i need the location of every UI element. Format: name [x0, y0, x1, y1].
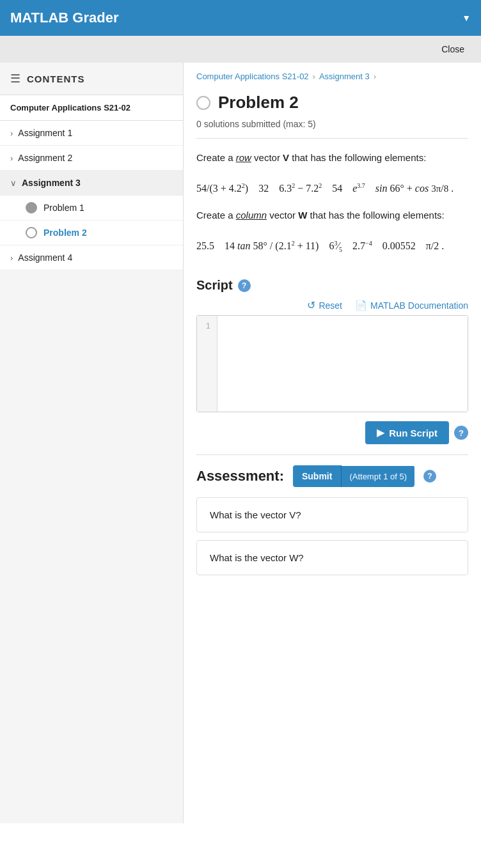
docs-icon: 📄 — [355, 300, 367, 311]
sidebar-item-assignment1[interactable]: › Assignment 1 — [0, 121, 183, 146]
code-editor: 1 — [196, 315, 468, 412]
vector-v-label: V — [283, 152, 289, 163]
problem2-label: Problem 2 — [43, 228, 87, 238]
col-keyword: column — [236, 210, 267, 221]
chevron-right-icon: › — [10, 253, 13, 263]
line-number-1: 1 — [197, 316, 217, 412]
script-label-row: Script ? — [196, 278, 468, 293]
sidebar-item-assignment2[interactable]: › Assignment 2 — [0, 146, 183, 171]
submit-button[interactable]: Submit — [293, 465, 342, 487]
assessment-section: Assessment: Submit (Attempt 1 of 5) ? Wh… — [184, 465, 481, 575]
main-content: Computer Applications S21-02 › Assignmen… — [184, 63, 481, 823]
reset-label: Reset — [319, 300, 342, 311]
breadcrumb-sep1: › — [313, 72, 315, 81]
problem1-status-icon — [26, 202, 37, 213]
col-pi: π/2 — [426, 240, 439, 251]
solutions-info: 0 solutions submitted (max: 5) — [184, 119, 481, 138]
formula-e37: e3.7 — [352, 183, 365, 194]
problem-title: Problem 2 — [218, 93, 299, 112]
problem-section: Create a row vector V that has the follo… — [184, 139, 481, 272]
breadcrumb-assignment[interactable]: Assignment 3 — [319, 72, 370, 81]
attempt-label: (Attempt 1 of 5) — [342, 466, 414, 487]
row-formula: 54/(3 + 4.22) 32 6.32 − 7.22 54 e3.7 sin… — [196, 173, 468, 208]
hamburger-icon: ☰ — [10, 72, 20, 86]
breadcrumb: Computer Applications S21-02 › Assignmen… — [184, 63, 481, 90]
question-card-v: What is the vector V? — [196, 497, 468, 532]
formula-sin-cos: sin 66° + cos 3π/8 — [375, 183, 448, 194]
formula-54: 54 — [332, 183, 342, 194]
formula-63-72: 6.32 − 7.22 — [279, 183, 322, 194]
col-27: 2.7−4 — [352, 240, 372, 251]
main-layout: ☰ CONTENTS Computer Applications S21-02 … — [0, 63, 481, 823]
col-tan: 14 tan 58° / (2.12 + 11) — [225, 240, 319, 251]
question-card-w: What is the vector W? — [196, 540, 468, 575]
col-00552: 0.00552 — [382, 240, 416, 251]
assignment4-label: Assignment 4 — [18, 252, 72, 263]
chevron-right-icon: › — [10, 153, 13, 163]
assessment-label: Assessment: — [196, 468, 284, 484]
problem-row-desc: Create a row vector V that has the follo… — [196, 150, 468, 166]
assignment2-label: Assignment 2 — [18, 153, 72, 163]
breadcrumb-sep2: › — [374, 72, 376, 81]
sidebar-item-problem1[interactable]: Problem 1 — [0, 196, 183, 221]
vector-w-label: W — [298, 210, 307, 221]
col-255: 25.5 — [196, 240, 214, 251]
reset-button[interactable]: ↺ Reset — [307, 299, 342, 311]
matlab-grader-title: MATLAB Grader — [10, 10, 119, 26]
problem-status-circle — [196, 96, 210, 110]
question-w-text: What is the vector W? — [210, 552, 304, 563]
play-icon: ▶ — [377, 427, 384, 438]
run-help-icon[interactable]: ? — [454, 426, 468, 440]
breadcrumb-course[interactable]: Computer Applications S21-02 — [196, 72, 309, 81]
matlab-docs-button[interactable]: 📄 MATLAB Documentation — [355, 300, 468, 311]
sidebar-item-problem2[interactable]: Problem 2 — [0, 221, 183, 245]
run-label: Run Script — [389, 428, 438, 438]
dropdown-arrow-button[interactable]: ▼ — [462, 13, 471, 23]
script-section: Script ? ↺ Reset 📄 MATLAB Documentation … — [184, 272, 481, 444]
close-row: Close — [0, 36, 481, 63]
sidebar: ☰ CONTENTS Computer Applications S21-02 … — [0, 63, 184, 823]
matlab-bar: MATLAB Grader ▼ — [0, 0, 481, 36]
script-toolbar: ↺ Reset 📄 MATLAB Documentation — [196, 299, 468, 311]
run-script-button[interactable]: ▶ Run Script — [365, 421, 449, 444]
problem1-label: Problem 1 — [43, 203, 84, 213]
col-6exp: 63⁄5 — [329, 240, 342, 251]
script-help-icon[interactable]: ? — [238, 279, 251, 292]
problem-col-desc: Create a column vector W that has the fo… — [196, 208, 468, 223]
submit-group: Submit (Attempt 1 of 5) — [293, 465, 414, 487]
question-v-text: What is the vector V? — [210, 509, 301, 520]
chevron-down-icon: ∨ — [10, 178, 17, 188]
problem2-status-icon — [26, 227, 37, 238]
chevron-right-icon: › — [10, 128, 13, 138]
formula-frac: 54/(3 + 4.22) — [196, 183, 248, 194]
assignment1-label: Assignment 1 — [18, 128, 72, 138]
reset-icon: ↺ — [307, 299, 315, 311]
course-title: Computer Applications S21-02 — [0, 95, 183, 121]
sidebar-contents-label: CONTENTS — [27, 74, 85, 84]
close-button[interactable]: Close — [431, 40, 475, 58]
docs-label: MATLAB Documentation — [370, 300, 468, 311]
col-formula: 25.5 14 tan 58° / (2.12 + 11) 63⁄5 2.7−4… — [196, 231, 468, 265]
row-keyword: row — [236, 152, 251, 163]
sidebar-item-assignment3[interactable]: ∨ Assignment 3 — [0, 171, 183, 196]
sidebar-item-assignment4[interactable]: › Assignment 4 — [0, 245, 183, 270]
code-input[interactable] — [217, 316, 468, 412]
formula-32: 32 — [258, 183, 269, 194]
assessment-row: Assessment: Submit (Attempt 1 of 5) ? — [196, 465, 468, 487]
run-row: ▶ Run Script ? — [196, 421, 468, 444]
problem-title-row: Problem 2 — [184, 90, 481, 119]
assignment3-label: Assignment 3 — [22, 178, 81, 188]
assessment-help-icon[interactable]: ? — [423, 470, 436, 483]
sidebar-header: ☰ CONTENTS — [0, 63, 183, 95]
script-label: Script — [196, 278, 233, 293]
divider-assessment — [196, 454, 468, 455]
